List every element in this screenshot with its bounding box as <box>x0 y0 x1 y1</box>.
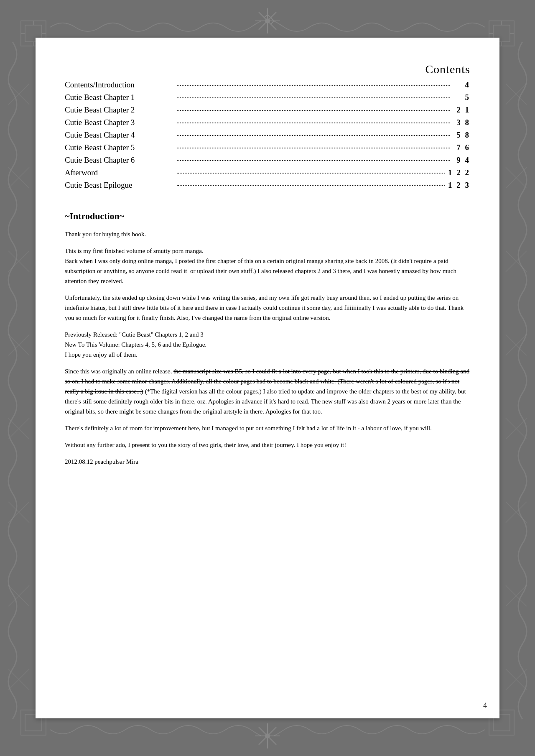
toc-entry: Contents/Introduction4 <box>65 80 470 89</box>
toc-page-number: 5 8 <box>453 130 470 140</box>
toc-entry: Cutie Beast Chapter 69 4 <box>65 156 470 165</box>
toc-dots <box>177 97 450 98</box>
intro-para-8: 2012.08.12 peachpulsar Mira <box>65 457 470 467</box>
toc-label: Cutie Beast Chapter 2 <box>65 105 173 115</box>
toc-page-number: 9 4 <box>453 156 470 165</box>
intro-title: ~Introduction~ <box>65 211 470 222</box>
toc-page-number: 3 8 <box>453 118 470 127</box>
toc-dots <box>177 135 450 136</box>
toc-dots <box>177 185 445 186</box>
toc-container: Contents/Introduction4Cutie Beast Chapte… <box>65 80 470 190</box>
toc-page-number: 2 1 <box>453 105 470 115</box>
toc-dots <box>177 85 450 86</box>
toc-label: Afterword <box>65 168 173 177</box>
strikethrough-text: the manuscript size was B5, so I could f… <box>65 368 469 395</box>
intro-para-4: Previously Released: "Cutie Beast" Chapt… <box>65 329 470 360</box>
toc-page-number: 7 6 <box>453 143 470 152</box>
toc-dots <box>177 173 445 174</box>
main-page: Contents Contents/Introduction4Cutie Bea… <box>36 38 499 718</box>
toc-label: Contents/Introduction <box>65 80 173 89</box>
toc-label: Cutie Beast Epilogue <box>65 181 173 190</box>
toc-page-number: 5 <box>453 93 470 102</box>
intro-para-1: Thank you for buying this book. <box>65 229 470 239</box>
toc-label: Cutie Beast Chapter 3 <box>65 118 173 127</box>
intro-para-7: Without any further ado, I present to yo… <box>65 440 470 450</box>
toc-entry: Cutie Beast Chapter 45 8 <box>65 130 470 140</box>
toc-label: Cutie Beast Chapter 4 <box>65 130 173 140</box>
toc-dots <box>177 160 450 161</box>
toc-dots <box>177 148 450 148</box>
toc-entry: Cutie Beast Chapter 33 8 <box>65 118 470 127</box>
toc-page-number: 1 2 2 <box>448 168 470 177</box>
intro-para-2: This is my first finished volume of smut… <box>65 246 470 286</box>
toc-entry: Cutie Beast Chapter 57 6 <box>65 143 470 152</box>
toc-dots <box>177 110 450 111</box>
toc-label: Cutie Beast Chapter 6 <box>65 156 173 165</box>
contents-title: Contents <box>65 63 470 76</box>
toc-entry: Cutie Beast Chapter 22 1 <box>65 105 470 115</box>
toc-page-number: 1 2 3 <box>448 181 470 190</box>
toc-page-number: 4 <box>453 80 470 89</box>
toc-dots <box>177 123 450 123</box>
introduction-section: ~Introduction~ Thank you for buying this… <box>65 211 470 467</box>
intro-para-3: Unfortunately, the site ended up closing… <box>65 293 470 323</box>
toc-label: Cutie Beast Chapter 1 <box>65 93 173 102</box>
page-number: 4 <box>483 701 487 710</box>
toc-entry: Afterword1 2 2 <box>65 168 470 177</box>
toc-entry: Cutie Beast Chapter 15 <box>65 93 470 102</box>
intro-para-5: Since this was originally an online rele… <box>65 366 470 416</box>
intro-para-6: There's definitely a lot of room for imp… <box>65 423 470 433</box>
toc-entry: Cutie Beast Epilogue1 2 3 <box>65 181 470 190</box>
contents-section: Contents Contents/Introduction4Cutie Bea… <box>65 63 470 190</box>
toc-label: Cutie Beast Chapter 5 <box>65 143 173 152</box>
